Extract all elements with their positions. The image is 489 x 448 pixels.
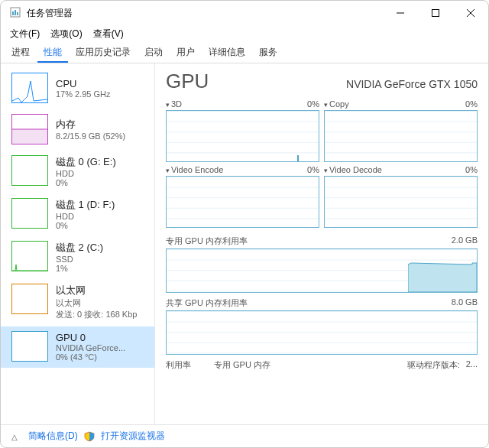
dedicated-mem-label: 专用 GPU 内存利用率	[166, 235, 248, 247]
graph-vencode-label[interactable]: Video Encode	[166, 165, 223, 174]
ethernet-title: 以太网	[56, 284, 137, 297]
svg-rect-1	[12, 11, 14, 15]
sidebar-item-disk0[interactable]: 磁盘 0 (G: E:) HDD 0%	[1, 151, 154, 193]
graph-vdecode-label[interactable]: Video Decode	[324, 165, 382, 174]
shared-mem-max: 8.0 GB	[452, 297, 478, 309]
memory-title: 内存	[56, 118, 125, 131]
graph-copy-value: 0%	[465, 99, 478, 109]
graph-video-decode[interactable]	[324, 176, 478, 228]
graph-vencode-value: 0%	[307, 165, 319, 174]
graph-video-encode[interactable]	[166, 176, 319, 228]
tab-processes[interactable]: 进程	[5, 42, 36, 63]
page-title: GPU	[166, 70, 209, 93]
titlebar: 任务管理器	[1, 1, 488, 25]
content: CPU 17% 2.95 GHz 内存 8.2/15.9 GB (52%) 磁盘…	[1, 63, 488, 424]
graph-3d-value: 0%	[307, 99, 319, 109]
disk0-sub1: HDD	[56, 169, 116, 178]
svg-rect-2	[15, 10, 16, 15]
util-label: 利用率	[166, 359, 191, 371]
shield-icon	[84, 430, 95, 442]
fewer-details-link[interactable]: 简略信息(D)	[28, 430, 78, 443]
detail-panel: GPU NVIDIA GeForce GTX 1050 3D 0% Copy 0…	[155, 63, 488, 424]
driver-value: 2...	[466, 359, 478, 371]
shared-mem-label: 共享 GPU 内存利用率	[166, 297, 248, 309]
memory-thumb	[11, 114, 48, 144]
minimize-button[interactable]	[383, 1, 418, 25]
disk1-title: 磁盘 1 (D: F:)	[56, 198, 115, 212]
driver-label: 驱动程序版本:	[407, 359, 460, 371]
gpu0-title: GPU 0	[56, 332, 125, 343]
graph-dedicated-memory[interactable]	[166, 248, 478, 293]
disk2-sub2: 1%	[56, 264, 103, 273]
ethernet-sub2: 发送: 0 接收: 168 Kbp	[56, 309, 137, 320]
disk2-sub1: SSD	[56, 255, 103, 264]
sidebar-item-disk1[interactable]: 磁盘 1 (D: F:) HDD 0%	[1, 193, 154, 236]
dedmem-label: 专用 GPU 内存	[214, 359, 270, 371]
disk2-thumb	[11, 241, 48, 271]
tab-app-history[interactable]: 应用历史记录	[70, 42, 137, 63]
tab-performance[interactable]: 性能	[37, 42, 68, 63]
graph-copy[interactable]	[324, 110, 478, 162]
memory-sub: 8.2/15.9 GB (52%)	[56, 131, 125, 141]
ethernet-sub1: 以太网	[56, 297, 137, 309]
device-name: NVIDIA GeForce GTX 1050	[346, 78, 478, 90]
maximize-button[interactable]	[418, 1, 453, 25]
bottom-bar: 简略信息(D) 打开资源监视器	[1, 424, 488, 447]
menu-options[interactable]: 选项(O)	[50, 28, 82, 41]
cpu-title: CPU	[56, 78, 111, 89]
menubar: 文件(F) 选项(O) 查看(V)	[1, 25, 488, 42]
dedicated-mem-max: 2.0 GB	[452, 235, 478, 247]
ethernet-thumb	[11, 284, 48, 314]
sidebar-item-memory[interactable]: 内存 8.2/15.9 GB (52%)	[1, 109, 154, 151]
svg-rect-8	[12, 129, 47, 144]
gpu0-sub1: NVIDIA GeForce...	[56, 343, 125, 352]
disk1-sub1: HDD	[56, 212, 115, 221]
disk1-thumb	[11, 198, 48, 229]
cpu-sub: 17% 2.95 GHz	[56, 89, 111, 99]
sidebar-item-disk2[interactable]: 磁盘 2 (C:) SSD 1%	[1, 236, 154, 279]
disk0-thumb	[11, 155, 48, 186]
menu-file[interactable]: 文件(F)	[10, 28, 40, 41]
disk0-sub2: 0%	[56, 178, 116, 187]
close-button[interactable]	[453, 1, 488, 25]
sidebar-item-ethernet[interactable]: 以太网 以太网 发送: 0 接收: 168 Kbp	[1, 279, 154, 326]
window-title: 任务管理器	[27, 7, 73, 20]
svg-rect-3	[17, 12, 18, 15]
gpu0-sub2: 0% (43 °C)	[56, 352, 125, 362]
graph-3d-label[interactable]: 3D	[166, 99, 182, 109]
graph-copy-label[interactable]: Copy	[324, 99, 349, 109]
menu-view[interactable]: 查看(V)	[93, 28, 124, 41]
chevron-up-icon[interactable]	[11, 431, 22, 442]
cpu-thumb	[11, 73, 48, 103]
graph-vdecode-value: 0%	[465, 165, 478, 174]
graph-3d[interactable]	[166, 110, 319, 162]
disk0-title: 磁盘 0 (G: E:)	[56, 155, 116, 169]
sidebar: CPU 17% 2.95 GHz 内存 8.2/15.9 GB (52%) 磁盘…	[1, 63, 155, 424]
sidebar-item-gpu0[interactable]: GPU 0 NVIDIA GeForce... 0% (43 °C)	[1, 326, 154, 368]
disk2-title: 磁盘 2 (C:)	[56, 241, 103, 255]
graph-shared-memory[interactable]	[166, 310, 478, 355]
tab-bar: 进程 性能 应用历史记录 启动 用户 详细信息 服务	[1, 42, 488, 63]
disk1-sub2: 0%	[56, 221, 115, 230]
sidebar-item-cpu[interactable]: CPU 17% 2.95 GHz	[1, 68, 154, 109]
footer-stats: 利用率 专用 GPU 内存 驱动程序版本: 2...	[166, 359, 478, 371]
tab-startup[interactable]: 启动	[138, 42, 169, 63]
svg-rect-5	[432, 10, 439, 17]
tab-users[interactable]: 用户	[170, 42, 201, 63]
gpu0-thumb	[11, 331, 48, 362]
svg-marker-10	[408, 263, 477, 292]
tab-services[interactable]: 服务	[253, 42, 283, 63]
open-resmon-link[interactable]: 打开资源监视器	[101, 430, 165, 443]
tab-details[interactable]: 详细信息	[202, 42, 251, 63]
titlebar-icon	[10, 7, 21, 20]
